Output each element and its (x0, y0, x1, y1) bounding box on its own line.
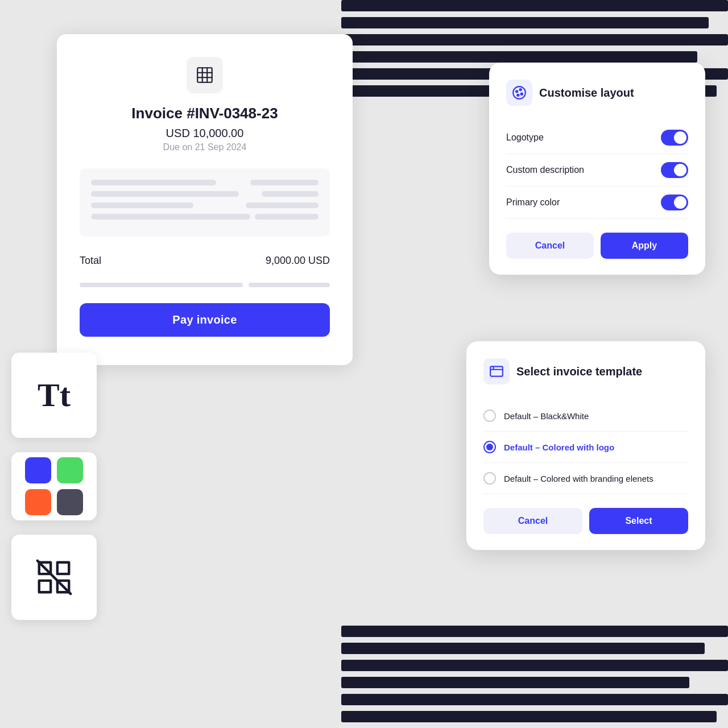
invoice-card: Invoice #INV-0348-23 USD 10,000.00 Due o… (57, 34, 353, 365)
primary-color-toggle[interactable] (661, 195, 688, 210)
logotype-row: Logotype (506, 122, 688, 154)
svg-point-13 (521, 93, 523, 95)
radio-inner-colored-logo (486, 444, 493, 450)
color-swatch-green[interactable] (57, 457, 83, 483)
customise-panel-title: Customise layout (539, 86, 634, 100)
primary-color-row: Primary color (506, 187, 688, 219)
color-grid (25, 457, 83, 515)
customise-panel-buttons: Cancel Apply (506, 233, 688, 259)
grid-widget (11, 535, 97, 620)
template-panel-buttons: Cancel Select (483, 508, 688, 534)
total-value: 9,000.00 USD (266, 255, 330, 267)
radio-bw[interactable] (483, 410, 496, 422)
template-name-bw: Default – Black&White (504, 411, 589, 421)
svg-line-9 (38, 561, 71, 594)
template-panel-title: Select invoice template (516, 365, 642, 378)
total-label: Total (80, 255, 101, 267)
logotype-label: Logotype (506, 133, 544, 143)
invoice-due-date: Due on 21 Sep 2024 (80, 142, 330, 152)
svg-rect-7 (39, 581, 51, 592)
scene: Invoice #INV-0348-23 USD 10,000.00 Due o… (0, 0, 728, 728)
svg-point-14 (517, 94, 519, 96)
template-option-branding[interactable]: Default – Colored with branding elenets (483, 463, 688, 494)
invoice-total-row: Total 9,000.00 USD (80, 248, 330, 274)
template-select-button[interactable]: Select (589, 508, 688, 534)
color-swatch-blue[interactable] (25, 457, 51, 483)
logotype-toggle[interactable] (661, 130, 688, 146)
svg-point-12 (520, 89, 522, 90)
template-panel-header: Select invoice template (483, 358, 688, 384)
bottom-stripes-decoration (341, 626, 728, 728)
customise-apply-button[interactable]: Apply (601, 233, 688, 259)
template-cancel-button[interactable]: Cancel (483, 508, 582, 534)
invoice-line-items (80, 168, 330, 237)
select-template-panel: Select invoice template Default – Black&… (466, 341, 705, 550)
custom-description-label: Custom description (506, 165, 584, 175)
template-option-bw[interactable]: Default – Black&White (483, 400, 688, 432)
svg-point-11 (516, 90, 518, 92)
pay-invoice-button[interactable]: Pay invoice (80, 303, 330, 337)
grid-icon (34, 557, 74, 597)
typography-widget: Tt (11, 353, 97, 438)
svg-rect-6 (57, 562, 69, 574)
svg-rect-15 (490, 366, 503, 376)
typography-icon: Tt (38, 379, 71, 412)
radio-colored-logo[interactable] (483, 441, 496, 453)
invoice-amount: USD 10,000.00 (80, 127, 330, 140)
color-palette-widget (11, 452, 97, 520)
svg-rect-0 (197, 68, 212, 82)
template-name-colored-logo: Default – Colored with logo (504, 442, 614, 452)
template-name-branding: Default – Colored with branding elenets (504, 474, 653, 483)
customise-icon (506, 80, 532, 106)
invoice-number: Invoice #INV-0348-23 (80, 105, 330, 122)
color-swatch-orange[interactable] (25, 489, 51, 515)
svg-point-10 (513, 86, 526, 99)
template-icon (483, 358, 510, 384)
primary-color-label: Primary color (506, 197, 560, 208)
template-option-colored-logo[interactable]: Default – Colored with logo (483, 432, 688, 463)
radio-branding[interactable] (483, 472, 496, 485)
customise-cancel-button[interactable]: Cancel (506, 233, 594, 259)
building-icon-container (80, 57, 330, 93)
color-swatch-dark-gray[interactable] (57, 489, 83, 515)
customise-panel-header: Customise layout (506, 80, 688, 106)
bottom-decoration-lines (80, 283, 330, 287)
custom-description-row: Custom description (506, 154, 688, 187)
building-icon (187, 57, 223, 93)
custom-description-toggle[interactable] (661, 162, 688, 178)
customise-layout-panel: Customise layout Logotype Custom descrip… (489, 63, 705, 275)
